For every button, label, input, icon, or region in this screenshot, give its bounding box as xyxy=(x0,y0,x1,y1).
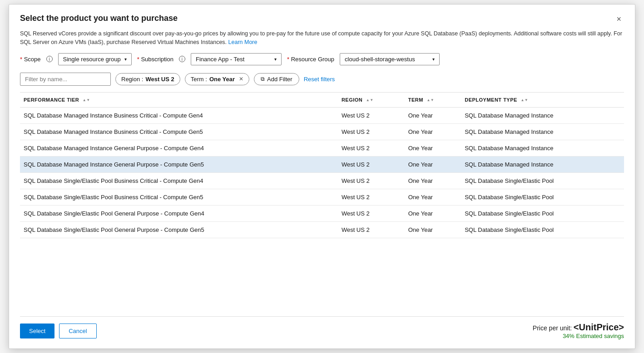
scope-row: * Scope i Single resource group ▾ * Subs… xyxy=(20,53,624,65)
cell-deployment_type-1: SQL Database Managed Instance xyxy=(461,123,624,140)
price-value: <UnitPrice> xyxy=(574,322,624,332)
cell-term-7: One Year xyxy=(405,221,461,238)
cell-deployment_type-0: SQL Database Managed Instance xyxy=(461,107,624,123)
cell-term-0: One Year xyxy=(405,107,461,123)
term-filter-button[interactable]: Term : One Year ✕ xyxy=(185,73,249,85)
table-row[interactable]: SQL Database Single/Elastic Pool Busines… xyxy=(20,172,624,189)
cell-term-1: One Year xyxy=(405,123,461,140)
term-filter-label: Term : xyxy=(191,76,207,83)
table-row[interactable]: SQL Database Managed Instance Business C… xyxy=(20,123,624,140)
filter-by-name-input[interactable] xyxy=(20,73,111,86)
sort-deployment-type-icon: ▲▼ xyxy=(520,98,528,102)
cell-performance_tier-7: SQL Database Single/Elastic Pool General… xyxy=(20,221,338,238)
resource-group-chevron-icon: ▾ xyxy=(432,57,435,62)
cell-term-4: One Year xyxy=(405,172,461,189)
cell-term-2: One Year xyxy=(405,140,461,156)
subscription-label: * Subscription xyxy=(137,56,173,63)
product-table-container: PERFORMANCE TIER ▲▼ REGION ▲▼ TERM ▲▼ DE… xyxy=(20,92,624,309)
table-row[interactable]: SQL Database Managed Instance General Pu… xyxy=(20,140,624,156)
term-filter-remove-icon[interactable]: ✕ xyxy=(239,76,243,82)
cell-deployment_type-5: SQL Database Single/Elastic Pool xyxy=(461,189,624,205)
cell-performance_tier-6: SQL Database Single/Elastic Pool General… xyxy=(20,205,338,221)
cell-term-3: One Year xyxy=(405,156,461,172)
col-region[interactable]: REGION ▲▼ xyxy=(338,93,405,108)
cell-region-5: West US 2 xyxy=(338,189,405,205)
cancel-button[interactable]: Cancel xyxy=(59,324,96,338)
region-filter-button[interactable]: Region : West US 2 xyxy=(115,73,180,85)
subscription-info-icon[interactable]: i xyxy=(179,56,185,62)
scope-info-icon[interactable]: i xyxy=(46,56,53,62)
table-row[interactable]: SQL Database Managed Instance General Pu… xyxy=(20,156,624,172)
savings-text: 34% Estimated savings xyxy=(533,333,624,339)
col-performance-tier[interactable]: PERFORMANCE TIER ▲▼ xyxy=(20,93,338,108)
cell-term-6: One Year xyxy=(405,205,461,221)
bottom-bar: Select Cancel Price per unit: <UnitPrice… xyxy=(20,316,624,339)
table-row[interactable]: SQL Database Single/Elastic Pool General… xyxy=(20,221,624,238)
scope-chevron-icon: ▾ xyxy=(124,57,127,62)
resource-group-dropdown[interactable]: cloud-shell-storage-westus ▾ xyxy=(340,53,440,65)
cell-performance_tier-2: SQL Database Managed Instance General Pu… xyxy=(20,140,338,156)
col-deployment-type[interactable]: DEPLOYMENT TYPE ▲▼ xyxy=(461,93,624,108)
select-button[interactable]: Select xyxy=(20,324,54,338)
modal-description: SQL Reserved vCores provide a significan… xyxy=(20,29,624,47)
cell-region-7: West US 2 xyxy=(338,221,405,238)
cell-performance_tier-4: SQL Database Single/Elastic Pool Busines… xyxy=(20,172,338,189)
learn-more-link[interactable]: Learn More xyxy=(228,39,258,45)
table-row[interactable]: SQL Database Single/Elastic Pool Busines… xyxy=(20,189,624,205)
cell-region-2: West US 2 xyxy=(338,140,405,156)
table-header-row: PERFORMANCE TIER ▲▼ REGION ▲▼ TERM ▲▼ DE… xyxy=(20,93,624,108)
cell-deployment_type-2: SQL Database Managed Instance xyxy=(461,140,624,156)
modal-header: Select the product you want to purchase … xyxy=(20,14,624,25)
cell-region-6: West US 2 xyxy=(338,205,405,221)
table-row[interactable]: SQL Database Managed Instance Business C… xyxy=(20,107,624,123)
scope-dropdown[interactable]: Single resource group ▾ xyxy=(58,53,132,65)
col-term[interactable]: TERM ▲▼ xyxy=(405,93,461,108)
cell-region-3: West US 2 xyxy=(338,156,405,172)
term-filter-value: One Year xyxy=(209,76,235,83)
cell-deployment_type-3: SQL Database Managed Instance xyxy=(461,156,624,172)
sort-term-icon: ▲▼ xyxy=(426,98,434,102)
resource-group-label: * Resource Group xyxy=(287,56,334,63)
modal-title: Select the product you want to purchase xyxy=(20,14,178,23)
cell-term-5: One Year xyxy=(405,189,461,205)
table-row[interactable]: SQL Database Single/Elastic Pool General… xyxy=(20,205,624,221)
filter-row: Region : West US 2 Term : One Year ✕ ⧉ A… xyxy=(20,73,624,86)
cell-performance_tier-0: SQL Database Managed Instance Business C… xyxy=(20,107,338,123)
scope-label: * Scope xyxy=(20,56,41,63)
cell-performance_tier-3: SQL Database Managed Instance General Pu… xyxy=(20,156,338,172)
add-filter-icon: ⧉ xyxy=(261,76,265,82)
modal-dialog: Select the product you want to purchase … xyxy=(9,4,635,349)
cell-performance_tier-1: SQL Database Managed Instance Business C… xyxy=(20,123,338,140)
price-info: Price per unit: <UnitPrice> 34% Estimate… xyxy=(533,322,624,339)
reset-filters-link[interactable]: Reset filters xyxy=(304,76,335,83)
cell-deployment_type-4: SQL Database Single/Elastic Pool xyxy=(461,172,624,189)
cell-region-0: West US 2 xyxy=(338,107,405,123)
cell-deployment_type-6: SQL Database Single/Elastic Pool xyxy=(461,205,624,221)
sort-performance-tier-icon: ▲▼ xyxy=(83,98,90,102)
action-buttons: Select Cancel xyxy=(20,324,97,338)
cell-performance_tier-5: SQL Database Single/Elastic Pool Busines… xyxy=(20,189,338,205)
cell-deployment_type-7: SQL Database Single/Elastic Pool xyxy=(461,221,624,238)
region-filter-label: Region : xyxy=(121,76,143,83)
product-table: PERFORMANCE TIER ▲▼ REGION ▲▼ TERM ▲▼ DE… xyxy=(20,93,624,238)
cell-region-4: West US 2 xyxy=(338,172,405,189)
price-label: Price per unit: xyxy=(533,324,572,332)
sort-region-icon: ▲▼ xyxy=(366,98,374,102)
cell-region-1: West US 2 xyxy=(338,123,405,140)
subscription-chevron-icon: ▾ xyxy=(274,57,277,62)
region-filter-value: West US 2 xyxy=(145,76,174,83)
subscription-dropdown[interactable]: Finance App - Test ▾ xyxy=(191,53,282,65)
add-filter-button[interactable]: ⧉ Add Filter xyxy=(254,73,299,85)
close-button[interactable]: × xyxy=(614,14,624,25)
